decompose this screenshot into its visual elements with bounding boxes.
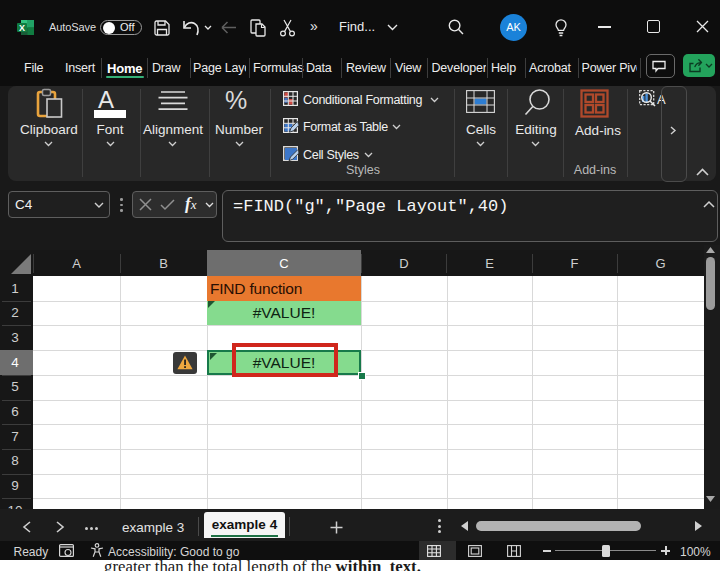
svg-text:X: X xyxy=(19,23,25,33)
